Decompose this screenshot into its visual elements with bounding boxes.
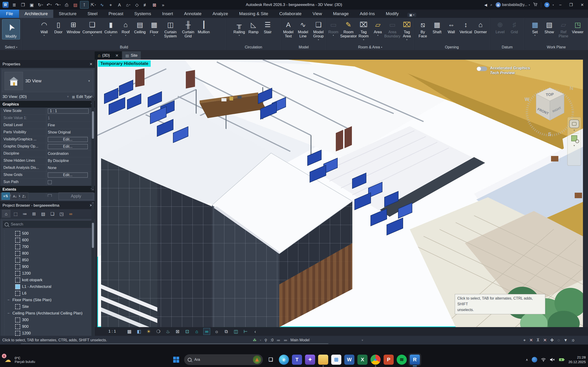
chevron-down-icon[interactable]: ▾ (553, 4, 554, 6)
select-link-icon[interactable]: ⌖ (523, 338, 526, 342)
panels-icon[interactable]: ❏ (48, 210, 56, 217)
browser-tree-item[interactable]: 850 (5, 257, 95, 263)
excel-icon[interactable]: X (357, 355, 367, 365)
ribbon-extra-dropdown[interactable]: ▣▾ (407, 13, 416, 17)
design-option-dropdown[interactable]: Main Model ˅ (291, 338, 363, 342)
property-row[interactable]: View Scale 1 : 1 (0, 108, 95, 115)
print-icon[interactable]: ⎙▾ (62, 1, 71, 8)
section-header-extents[interactable]: Extents⌃ (0, 186, 95, 193)
taskbar-search-input[interactable] (194, 357, 251, 362)
drag-elements-icon[interactable]: ✥ (550, 338, 554, 342)
cart-icon[interactable] (533, 2, 538, 7)
property-row[interactable]: Discipline Coordination (0, 150, 95, 157)
tab-architecture[interactable]: Architecture (19, 10, 53, 18)
browser-tree-item[interactable]: − Floor Plans (Site Plan) (5, 297, 95, 303)
view-tab-site[interactable]: ▤ Site (122, 51, 141, 60)
constraints-icon[interactable]: ⊢ (242, 328, 249, 335)
browser-tree-item[interactable]: 1200 (5, 270, 95, 277)
ramp-tool[interactable]: ◺ Ramp ▾ (246, 19, 260, 34)
viewer-tool[interactable]: ◳ Viewer ▾ (571, 19, 585, 34)
sync-icon[interactable]: ↻▾ (36, 1, 44, 8)
text-icon[interactable]: A▾ (115, 1, 124, 8)
groups-icon[interactable]: ◳ (58, 210, 65, 217)
browser-tree-item[interactable]: 500 (5, 230, 95, 237)
tag-room-tool[interactable]: ⌧ Tag Room ▾ (357, 19, 371, 41)
tables-icon[interactable]: ⊞ (30, 210, 38, 217)
temp-hide-isolate-icon[interactable]: ⌂ (194, 328, 200, 335)
battery-icon[interactable] (559, 358, 565, 362)
property-row[interactable]: Graphic Display Op... Edit... (0, 143, 95, 150)
area-boundary-tool[interactable]: ▭ Area Boundary ▾ (385, 19, 399, 39)
level-tool[interactable]: ⊕ Level ▾ (493, 19, 507, 34)
wall-opening-tool[interactable]: ⇔ Wall ▾ (444, 19, 458, 34)
weather-widget[interactable]: ☁6 0°C Parçalı bulutlu (0, 355, 35, 364)
zoom-icon[interactable] (571, 135, 577, 141)
volume-muted-icon[interactable] (550, 358, 555, 362)
browser-tree-item[interactable]: 900 (5, 263, 95, 270)
restore-button[interactable]: ❐ (567, 2, 575, 7)
tab-steel[interactable]: Steel (82, 10, 103, 18)
spotify-icon[interactable]: ≋ (397, 355, 407, 365)
chevron-down-icon[interactable]: ▼ (573, 144, 575, 147)
property-row[interactable]: Scale Value 1: 1 (0, 115, 95, 122)
chevron-down-icon[interactable]: ▼ (573, 129, 575, 131)
render-icon[interactable]: ♨ (165, 328, 171, 335)
home-icon[interactable]: ⌂▾ (124, 1, 132, 8)
browser-tree-item[interactable]: L6 (5, 290, 95, 297)
tab-annotate[interactable]: Annotate (179, 10, 207, 18)
roof-tool[interactable]: ⌂ Roof ▾ (119, 19, 132, 37)
browser-scrollbar[interactable]: ⌃ ⌄ (91, 202, 95, 344)
sphere-icon[interactable]: ◇▾ (133, 1, 141, 8)
chevron-down-icon[interactable]: ˅ (67, 95, 69, 98)
deselect-link-icon[interactable]: ✕ (529, 338, 533, 342)
room-separator-tool[interactable]: ✎ Room Separator ▾ (341, 19, 356, 39)
browser-tree-item[interactable]: L1 - Architectural (5, 283, 95, 290)
browser-tree-item[interactable]: − Ceiling Plans (Architectural Ceiling P… (5, 310, 95, 317)
start-button[interactable] (171, 355, 181, 365)
tab-structure[interactable]: Structure (53, 10, 82, 18)
project-icon[interactable]: ≣▾ (10, 1, 18, 8)
select-pinned-icon[interactable]: ⊼ (536, 338, 540, 342)
hidden-icons-chevron[interactable]: ∧ (526, 358, 528, 361)
properties-scrollbar[interactable]: ⌃ ⌄ (91, 97, 95, 191)
collapse-bar-icon[interactable]: ‹ (252, 328, 258, 335)
curtain-grid-tool[interactable]: ╫ Curtain Grid ▾ (180, 19, 196, 39)
crop-view-icon[interactable]: ⊠ (174, 328, 181, 335)
3d-model-canvas[interactable] (97, 60, 583, 327)
browser-tree-item[interactable]: 1200 (5, 330, 95, 336)
visual-style-icon[interactable]: ◧ (136, 328, 142, 335)
reveal-hidden-icon[interactable]: ∞ (203, 328, 210, 335)
dormer-tool[interactable]: ⌂ Dormer ▾ (473, 19, 488, 34)
file-explorer-icon[interactable] (318, 355, 328, 365)
room-tool[interactable]: ▭ Room ▾ (326, 19, 340, 37)
scroll-down-icon[interactable]: ⌄ (91, 188, 95, 191)
view-scale-control[interactable]: 1 : 1 (108, 329, 116, 334)
open-icon[interactable]: ❐▾ (19, 1, 27, 8)
ms-store-icon[interactable]: ⊞ (331, 355, 341, 365)
viewport[interactable]: Temporary Hide/Isolate Accelerated Graph… (97, 60, 583, 327)
views-3d-icon[interactable]: ⬚ (12, 210, 19, 217)
clock[interactable]: 21:28 20.12.2025 (569, 355, 586, 365)
deselect-pinned-icon[interactable]: ✕ (543, 338, 547, 342)
tab-modify[interactable]: Modify (380, 10, 404, 18)
task-view-icon[interactable]: ❏ (266, 355, 276, 365)
tag-area-tool[interactable]: ⌧ Tag Area ▾ (400, 19, 414, 41)
displace-elements-icon[interactable]: ◫ (233, 328, 239, 335)
wifi-icon[interactable] (541, 358, 546, 362)
browser-tree-item[interactable]: 800 (5, 250, 95, 257)
tab-add-ins[interactable]: Add-Ins (354, 10, 380, 18)
sort-default-button[interactable]: ≡⇅ (2, 192, 10, 200)
crop-region-icon[interactable]: ⊡ (184, 328, 190, 335)
dimension-icon[interactable]: ⇱▾ (89, 1, 97, 8)
scrollbar-thumb[interactable] (92, 111, 94, 139)
list-icon[interactable]: ≔ (277, 338, 280, 342)
temporary-hide-isolate-label[interactable]: Temporary Hide/Isolate (98, 60, 151, 67)
property-row[interactable]: Show Grids Edit... (0, 172, 95, 179)
browser-tree-item[interactable]: kott otopark (5, 277, 95, 283)
sort-za-button[interactable]: Z↓ (20, 192, 28, 200)
temp-view-properties-icon[interactable]: ☼ (213, 328, 220, 335)
railing-tool[interactable]: ╥ Railing ▾ (232, 19, 246, 37)
mullion-tool[interactable]: ┃ Mullion ▾ (197, 19, 211, 34)
panel-name-select[interactable]: Select▾ (0, 44, 22, 50)
browser-tree-item[interactable]: 600 (5, 237, 95, 243)
